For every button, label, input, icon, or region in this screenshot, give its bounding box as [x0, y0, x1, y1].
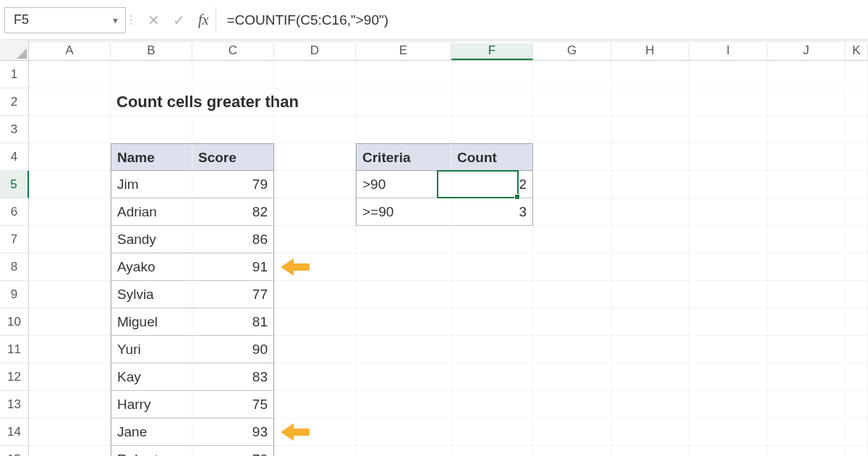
cell[interactable]	[689, 198, 767, 226]
cell[interactable]	[533, 198, 611, 226]
score-cell[interactable]: 91	[192, 253, 274, 281]
row-header-4[interactable]: 4	[0, 143, 29, 171]
cell[interactable]	[767, 281, 846, 308]
col-header-E[interactable]: E	[356, 41, 451, 60]
cell[interactable]	[846, 418, 868, 446]
row-header-5[interactable]: 5	[0, 171, 29, 198]
cell[interactable]	[846, 281, 868, 308]
cell[interactable]	[533, 61, 611, 88]
cell[interactable]	[689, 336, 767, 363]
cell[interactable]	[451, 308, 533, 336]
cell[interactable]	[846, 198, 868, 226]
row-header-8[interactable]: 8	[0, 253, 29, 281]
row-header-7[interactable]: 7	[0, 226, 29, 253]
cell[interactable]	[451, 116, 533, 143]
cell[interactable]	[689, 363, 767, 391]
cell[interactable]	[533, 446, 611, 456]
cell[interactable]	[767, 116, 846, 143]
cell[interactable]	[451, 226, 533, 253]
score-cell[interactable]: 81	[192, 308, 274, 336]
select-all-corner[interactable]	[0, 41, 29, 60]
cell[interactable]	[451, 88, 533, 116]
cell[interactable]	[846, 446, 868, 456]
cell[interactable]	[767, 61, 846, 88]
cell[interactable]	[846, 308, 868, 336]
cell[interactable]	[689, 143, 767, 171]
cell[interactable]	[611, 391, 689, 418]
row-header-13[interactable]: 13	[0, 391, 29, 418]
cell[interactable]	[846, 171, 868, 198]
cell[interactable]	[274, 88, 356, 116]
col-header-K[interactable]: K	[846, 41, 868, 60]
cell[interactable]	[533, 226, 611, 253]
cell[interactable]	[451, 391, 533, 418]
row-header-1[interactable]: 1	[0, 61, 29, 88]
count-cell[interactable]: 2	[451, 171, 533, 198]
cell[interactable]	[111, 61, 192, 88]
cell[interactable]	[356, 61, 451, 88]
cell[interactable]	[846, 336, 868, 363]
cell[interactable]	[767, 308, 846, 336]
cell[interactable]	[356, 446, 451, 456]
cell[interactable]	[274, 363, 356, 391]
name-cell[interactable]: Kay	[111, 363, 192, 391]
row-header-2[interactable]: 2	[0, 88, 29, 116]
cell[interactable]	[767, 253, 846, 281]
name-cell[interactable]: Robert	[111, 446, 192, 456]
cell[interactable]	[356, 391, 451, 418]
row-header-15[interactable]: 15	[0, 446, 29, 456]
cell[interactable]	[274, 308, 356, 336]
cell[interactable]	[533, 363, 611, 391]
cell[interactable]	[356, 418, 451, 446]
cell[interactable]	[274, 116, 356, 143]
score-cell[interactable]: 83	[192, 363, 274, 391]
cell[interactable]	[356, 308, 451, 336]
cell[interactable]	[29, 418, 111, 446]
cell[interactable]	[451, 253, 533, 281]
cell[interactable]	[192, 61, 274, 88]
cell[interactable]	[356, 88, 451, 116]
cell[interactable]	[689, 226, 767, 253]
cell[interactable]	[274, 391, 356, 418]
cell[interactable]	[356, 116, 451, 143]
cell[interactable]	[767, 143, 846, 171]
name-cell[interactable]: Jim	[111, 171, 192, 198]
cell[interactable]	[611, 61, 689, 88]
cell[interactable]	[451, 418, 533, 446]
cell[interactable]	[767, 446, 846, 456]
cell[interactable]	[767, 198, 846, 226]
cell[interactable]	[689, 391, 767, 418]
cell[interactable]	[29, 446, 111, 456]
cell[interactable]	[533, 88, 611, 116]
cell[interactable]	[611, 363, 689, 391]
cell[interactable]	[689, 308, 767, 336]
cell[interactable]	[356, 226, 451, 253]
table-header-criteria[interactable]: Criteria	[356, 143, 451, 171]
cell[interactable]	[29, 171, 111, 198]
col-header-A[interactable]: A	[29, 41, 111, 60]
cell[interactable]	[451, 336, 533, 363]
cell[interactable]	[846, 363, 868, 391]
cell[interactable]	[29, 253, 111, 281]
cell[interactable]	[29, 336, 111, 363]
criteria-cell[interactable]: >90	[356, 171, 451, 198]
score-cell[interactable]: 77	[192, 281, 274, 308]
cell[interactable]	[689, 281, 767, 308]
name-box[interactable]: F5 ▾	[4, 7, 126, 33]
cell[interactable]	[533, 308, 611, 336]
cell[interactable]	[29, 363, 111, 391]
cell[interactable]	[274, 171, 356, 198]
cell[interactable]	[29, 308, 111, 336]
cell[interactable]	[846, 61, 868, 88]
cell[interactable]	[274, 281, 356, 308]
enter-icon[interactable]: ✓	[173, 12, 185, 29]
cell[interactable]	[611, 116, 689, 143]
name-cell[interactable]: Sandy	[111, 226, 192, 253]
cell[interactable]	[846, 391, 868, 418]
score-cell[interactable]: 90	[192, 336, 274, 363]
cell[interactable]	[767, 418, 846, 446]
table-header-score[interactable]: Score	[192, 143, 274, 171]
name-cell[interactable]: Sylvia	[111, 281, 192, 308]
col-header-J[interactable]: J	[767, 41, 846, 60]
cell[interactable]	[451, 61, 533, 88]
